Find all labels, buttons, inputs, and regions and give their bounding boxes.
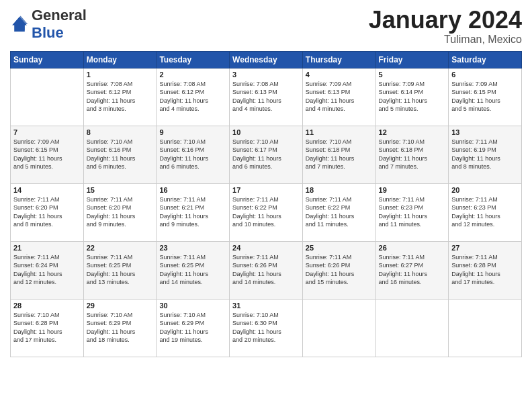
day-info: Sunrise: 7:10 AM Sunset: 6:18 PM Dayligh…: [306, 138, 373, 171]
day-number: 6: [451, 71, 519, 79]
day-number: 12: [379, 128, 446, 136]
logo-text: General Blue: [32, 7, 87, 42]
week-row-3: 14Sunrise: 7:11 AM Sunset: 6:20 PM Dayli…: [11, 183, 522, 241]
calendar-cell: 3Sunrise: 7:08 AM Sunset: 6:13 PM Daylig…: [230, 68, 303, 126]
day-info: Sunrise: 7:09 AM Sunset: 6:15 PM Dayligh…: [13, 138, 81, 171]
day-info: Sunrise: 7:11 AM Sunset: 6:24 PM Dayligh…: [13, 253, 81, 287]
calendar-cell: 12Sunrise: 7:10 AM Sunset: 6:18 PM Dayli…: [375, 126, 449, 183]
calendar-cell: 23Sunrise: 7:11 AM Sunset: 6:25 PM Dayli…: [157, 241, 230, 299]
calendar-cell: [449, 299, 522, 357]
day-number: 10: [232, 128, 300, 136]
day-info: Sunrise: 7:08 AM Sunset: 6:12 PM Dayligh…: [87, 80, 154, 113]
day-number: 7: [13, 128, 81, 136]
day-info: Sunrise: 7:11 AM Sunset: 6:20 PM Dayligh…: [13, 195, 81, 229]
column-header-sunday: Sunday: [11, 51, 84, 68]
day-number: 29: [87, 302, 154, 310]
calendar-cell: 26Sunrise: 7:11 AM Sunset: 6:27 PM Dayli…: [375, 241, 449, 299]
calendar-cell: 18Sunrise: 7:11 AM Sunset: 6:22 PM Dayli…: [302, 183, 375, 241]
calendar-table: SundayMondayTuesdayWednesdayThursdayFrid…: [10, 51, 522, 357]
day-info: Sunrise: 7:10 AM Sunset: 6:17 PM Dayligh…: [232, 138, 300, 171]
day-number: 23: [159, 244, 226, 252]
day-number: 24: [232, 244, 300, 252]
day-number: 8: [87, 128, 154, 136]
day-number: 27: [451, 244, 519, 252]
calendar-cell: 7Sunrise: 7:09 AM Sunset: 6:15 PM Daylig…: [11, 126, 84, 183]
calendar-cell: 11Sunrise: 7:10 AM Sunset: 6:18 PM Dayli…: [302, 126, 375, 183]
day-number: 30: [159, 302, 226, 310]
week-row-1: 1Sunrise: 7:08 AM Sunset: 6:12 PM Daylig…: [11, 68, 522, 126]
day-number: 22: [87, 244, 154, 252]
day-number: 20: [451, 186, 519, 194]
page-header: General Blue January 2024 Tuliman, Mexic…: [10, 7, 522, 46]
calendar-cell: [375, 299, 449, 357]
calendar-cell: 9Sunrise: 7:10 AM Sunset: 6:16 PM Daylig…: [157, 126, 230, 183]
day-info: Sunrise: 7:11 AM Sunset: 6:19 PM Dayligh…: [451, 138, 519, 171]
calendar-cell: 14Sunrise: 7:11 AM Sunset: 6:20 PM Dayli…: [11, 183, 84, 241]
day-number: 5: [379, 71, 446, 79]
column-header-saturday: Saturday: [449, 51, 522, 68]
week-row-2: 7Sunrise: 7:09 AM Sunset: 6:15 PM Daylig…: [11, 126, 522, 183]
column-header-tuesday: Tuesday: [157, 51, 230, 68]
day-number: 18: [306, 186, 373, 194]
calendar-cell: 25Sunrise: 7:11 AM Sunset: 6:26 PM Dayli…: [302, 241, 375, 299]
column-header-wednesday: Wednesday: [230, 51, 303, 68]
day-info: Sunrise: 7:08 AM Sunset: 6:12 PM Dayligh…: [159, 80, 226, 113]
week-row-5: 28Sunrise: 7:10 AM Sunset: 6:28 PM Dayli…: [11, 299, 522, 357]
month-title: January 2024: [369, 7, 522, 34]
day-info: Sunrise: 7:11 AM Sunset: 6:23 PM Dayligh…: [379, 195, 446, 229]
day-info: Sunrise: 7:11 AM Sunset: 6:27 PM Dayligh…: [379, 253, 446, 287]
calendar-cell: 28Sunrise: 7:10 AM Sunset: 6:28 PM Dayli…: [11, 299, 84, 357]
calendar-cell: 10Sunrise: 7:10 AM Sunset: 6:17 PM Dayli…: [230, 126, 303, 183]
calendar-cell: 15Sunrise: 7:11 AM Sunset: 6:20 PM Dayli…: [83, 183, 157, 241]
logo-blue: Blue: [32, 24, 64, 41]
calendar-header: SundayMondayTuesdayWednesdayThursdayFrid…: [11, 51, 522, 68]
calendar-cell: [11, 68, 84, 126]
day-info: Sunrise: 7:10 AM Sunset: 6:16 PM Dayligh…: [159, 138, 226, 171]
calendar-cell: 1Sunrise: 7:08 AM Sunset: 6:12 PM Daylig…: [83, 68, 157, 126]
day-number: 15: [87, 186, 154, 194]
logo-icon: [10, 15, 29, 34]
day-info: Sunrise: 7:11 AM Sunset: 6:20 PM Dayligh…: [87, 195, 154, 229]
day-info: Sunrise: 7:11 AM Sunset: 6:28 PM Dayligh…: [451, 253, 519, 287]
header-row: SundayMondayTuesdayWednesdayThursdayFrid…: [11, 51, 522, 68]
day-number: 4: [306, 71, 373, 79]
day-number: 14: [13, 186, 81, 194]
location-subtitle: Tuliman, Mexico: [369, 34, 522, 46]
day-number: 16: [159, 186, 226, 194]
day-info: Sunrise: 7:11 AM Sunset: 6:23 PM Dayligh…: [451, 195, 519, 229]
logo-general: General: [32, 7, 87, 24]
week-row-4: 21Sunrise: 7:11 AM Sunset: 6:24 PM Dayli…: [11, 241, 522, 299]
day-info: Sunrise: 7:11 AM Sunset: 6:22 PM Dayligh…: [232, 195, 300, 229]
day-number: 26: [379, 244, 446, 252]
day-info: Sunrise: 7:11 AM Sunset: 6:26 PM Dayligh…: [232, 253, 300, 287]
calendar-cell: 22Sunrise: 7:11 AM Sunset: 6:25 PM Dayli…: [83, 241, 157, 299]
day-info: Sunrise: 7:10 AM Sunset: 6:30 PM Dayligh…: [232, 311, 300, 345]
day-info: Sunrise: 7:11 AM Sunset: 6:26 PM Dayligh…: [306, 253, 373, 287]
calendar-cell: 21Sunrise: 7:11 AM Sunset: 6:24 PM Dayli…: [11, 241, 84, 299]
day-info: Sunrise: 7:08 AM Sunset: 6:13 PM Dayligh…: [232, 80, 300, 113]
day-number: 21: [13, 244, 81, 252]
day-info: Sunrise: 7:11 AM Sunset: 6:25 PM Dayligh…: [159, 253, 226, 287]
calendar-cell: 17Sunrise: 7:11 AM Sunset: 6:22 PM Dayli…: [230, 183, 303, 241]
calendar-cell: 29Sunrise: 7:10 AM Sunset: 6:29 PM Dayli…: [83, 299, 157, 357]
day-info: Sunrise: 7:10 AM Sunset: 6:29 PM Dayligh…: [159, 311, 226, 345]
column-header-thursday: Thursday: [302, 51, 375, 68]
day-info: Sunrise: 7:10 AM Sunset: 6:18 PM Dayligh…: [379, 138, 446, 171]
calendar-cell: 8Sunrise: 7:10 AM Sunset: 6:16 PM Daylig…: [83, 126, 157, 183]
day-number: 1: [87, 71, 154, 79]
day-number: 31: [232, 302, 300, 310]
day-info: Sunrise: 7:11 AM Sunset: 6:22 PM Dayligh…: [306, 195, 373, 229]
calendar-cell: 4Sunrise: 7:09 AM Sunset: 6:13 PM Daylig…: [302, 68, 375, 126]
calendar-cell: 30Sunrise: 7:10 AM Sunset: 6:29 PM Dayli…: [157, 299, 230, 357]
title-block: January 2024 Tuliman, Mexico: [369, 7, 522, 46]
day-info: Sunrise: 7:09 AM Sunset: 6:15 PM Dayligh…: [451, 80, 519, 113]
logo: General Blue: [10, 7, 87, 42]
page-container: General Blue January 2024 Tuliman, Mexic…: [0, 0, 532, 361]
day-info: Sunrise: 7:10 AM Sunset: 6:28 PM Dayligh…: [13, 311, 81, 345]
day-number: 19: [379, 186, 446, 194]
day-info: Sunrise: 7:09 AM Sunset: 6:13 PM Dayligh…: [306, 80, 373, 113]
calendar-cell: 27Sunrise: 7:11 AM Sunset: 6:28 PM Dayli…: [449, 241, 522, 299]
day-number: 11: [306, 128, 373, 136]
calendar-cell: 5Sunrise: 7:09 AM Sunset: 6:14 PM Daylig…: [375, 68, 449, 126]
day-number: 3: [232, 71, 300, 79]
